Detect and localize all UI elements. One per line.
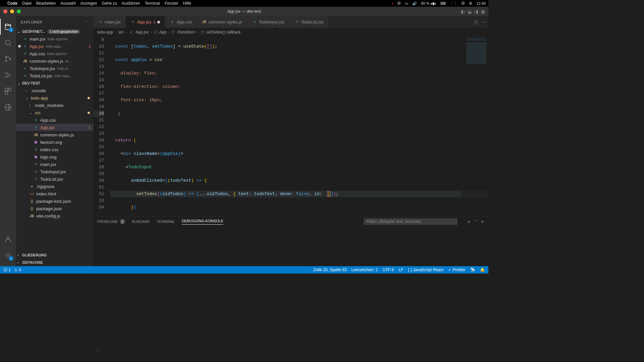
- tab-todolist[interactable]: ⚛ TodoList.jsx: [289, 16, 329, 28]
- tree-file[interactable]: # index.css: [16, 146, 93, 153]
- panel-chevron-up-icon[interactable]: ⌃: [474, 219, 477, 224]
- menu-ausfuehren[interactable]: Ausführen: [122, 1, 140, 6]
- chevron-down-icon: ⌄: [17, 81, 21, 85]
- layout-split-bottom-icon[interactable]: ⬓: [468, 9, 472, 14]
- code-editor[interactable]: 9 10 11 12 13 14 15 16 17 18 19 20 21 22…: [93, 37, 488, 216]
- menu-auswahl[interactable]: Auswahl: [60, 1, 75, 6]
- status-wifi-icon[interactable]: ⋮⋮: [450, 1, 457, 6]
- layout-split-right-icon[interactable]: ◨: [474, 9, 478, 14]
- svg-rect-6: [5, 92, 8, 94]
- panel-filter-input[interactable]: Filtern (Beispiel: text, !exclude): [364, 218, 458, 225]
- menu-bearbeiten[interactable]: Bearbeiten: [36, 1, 56, 6]
- react-file-icon: ⚛: [23, 66, 28, 71]
- status-bell-icon[interactable]: 🔔: [480, 267, 485, 272]
- status-control-center-icon[interactable]: ⚙: [469, 1, 472, 6]
- minimize-window-button[interactable]: [10, 9, 14, 13]
- status-spaces[interactable]: Leerzeichen: 2: [352, 267, 378, 272]
- css-file-icon: #: [23, 51, 28, 56]
- timeline-header[interactable]: › ZEITACHSE: [16, 259, 93, 266]
- status-cursor-position[interactable]: Zeile 20, Spalte 83: [313, 267, 347, 272]
- status-clock[interactable]: 12:40: [476, 1, 486, 5]
- activity-search[interactable]: [0, 35, 16, 51]
- panel-tab-debug-console[interactable]: DEBUGGING-KONSOLE: [182, 219, 223, 225]
- tree-file[interactable]: {} package-lock.json: [16, 197, 93, 205]
- maximize-window-button[interactable]: [17, 9, 21, 13]
- split-editor-icon[interactable]: ◫: [474, 19, 478, 24]
- menu-fenster[interactable]: Fenster: [165, 1, 178, 6]
- tree-file[interactable]: # App.css: [16, 116, 93, 124]
- open-editor-item[interactable]: ⚛ App.jsx todo-app... 1: [16, 43, 93, 50]
- activity-extensions[interactable]: [0, 83, 16, 99]
- panel-close-icon[interactable]: ✕: [481, 219, 484, 224]
- app-name[interactable]: Code: [7, 1, 17, 6]
- menu-hilfe[interactable]: Hilfe: [183, 1, 191, 6]
- breadcrumbs[interactable]: todo-app› src› ⚛ App.jsx› ⬡ App› ⬡ <func…: [93, 28, 488, 37]
- open-editor-item[interactable]: # App.css todo-app/src: [16, 50, 93, 57]
- status-language[interactable]: { } JavaScript React: [408, 267, 443, 272]
- tab-common-styles[interactable]: JS common-styles.js: [197, 16, 247, 28]
- tree-file[interactable]: {} package.json: [16, 205, 93, 212]
- status-encoding[interactable]: UTF-8: [383, 267, 394, 272]
- code-content[interactable]: const [todos, setTodos] = useState([]); …: [110, 37, 488, 216]
- tree-file[interactable]: JS vite.config.js: [16, 212, 93, 220]
- tab-todoinput[interactable]: ⚛ TodoInput.jsx: [247, 16, 289, 28]
- open-editor-item[interactable]: ⚛ TodoInput.jsx todo-a...: [16, 65, 93, 72]
- minimap[interactable]: [462, 37, 488, 216]
- tree-file[interactable]: JS common-styles.js: [16, 131, 93, 138]
- menu-datei[interactable]: Datei: [22, 1, 32, 6]
- tree-folder[interactable]: ⌄ todo-app: [16, 94, 93, 102]
- activity-remote[interactable]: [0, 99, 16, 115]
- tab-app-css[interactable]: # App.css: [165, 16, 197, 28]
- layout-split-left-icon[interactable]: ◧: [461, 9, 465, 14]
- tree-file[interactable]: <> index.html: [16, 190, 93, 197]
- close-window-button[interactable]: [3, 9, 7, 13]
- tree-folder[interactable]: › node_modules: [16, 102, 93, 109]
- activity-account[interactable]: [0, 231, 16, 247]
- status-spotlight-icon[interactable]: ⦿: [461, 1, 465, 5]
- outline-header[interactable]: › GLIEDERUNG: [16, 251, 93, 259]
- window-titlebar: App.jsx — dev-test ◧ ⬓ ◨ ▦: [0, 7, 488, 16]
- react-file-icon: ⚛: [34, 125, 38, 130]
- project-header[interactable]: ⌄ DEV-TEST: [16, 79, 93, 87]
- tab-main[interactable]: ⚛ main.jsx: [93, 16, 126, 28]
- status-warnings[interactable]: ⚠ 0: [14, 267, 21, 272]
- activity-settings[interactable]: 1: [0, 247, 16, 263]
- status-rec-icon[interactable]: ▪: [392, 1, 393, 5]
- panel-tab-terminal[interactable]: TERMINAL: [156, 220, 175, 224]
- tree-file[interactable]: ⚛ main.jsx: [16, 161, 93, 168]
- tree-file[interactable]: ⚛ App.jsx 1: [16, 124, 93, 131]
- activity-explorer[interactable]: 1: [0, 19, 16, 35]
- layout-grid-icon[interactable]: ▦: [481, 9, 485, 14]
- panel-tab-ausgabe[interactable]: AUSGABE: [132, 220, 150, 224]
- status-eol[interactable]: LF: [399, 267, 404, 272]
- status-keyboard-icon[interactable]: ⌨: [440, 1, 446, 6]
- open-editors-header[interactable]: ⌄ GEÖFFNET... 1 nicht gespeichert: [16, 28, 93, 35]
- menu-anzeigen[interactable]: Anzeigen: [80, 1, 97, 6]
- tab-more-icon[interactable]: ⋯: [481, 19, 486, 24]
- status-feedback-icon[interactable]: 📡: [470, 267, 475, 272]
- panel-filter-icon[interactable]: ≡: [468, 219, 470, 224]
- panel-tab-probleme[interactable]: PROBLEME 1: [97, 219, 125, 224]
- tree-file[interactable]: ⚛ TodoList.jsx: [16, 175, 93, 183]
- status-errors[interactable]: ⓧ 1: [3, 267, 11, 273]
- tree-file[interactable]: ⬟ favicon.svg: [16, 138, 93, 146]
- explorer-more-icon[interactable]: ⋯: [85, 20, 89, 24]
- menu-gehezu[interactable]: Gehe zu: [102, 1, 117, 6]
- activity-source-control[interactable]: [0, 51, 16, 67]
- menu-terminal[interactable]: Terminal: [145, 1, 160, 6]
- open-editor-item[interactable]: ⚛ main.jsx todo-app/src: [16, 35, 93, 43]
- status-prettier[interactable]: ✓ Prettier: [448, 267, 466, 272]
- open-editor-item[interactable]: JS common-styles.js to...: [16, 57, 93, 65]
- tree-file[interactable]: ⚛ TodoInput.jsx: [16, 168, 93, 175]
- status-battery[interactable]: 80 % ◂▮▸: [421, 1, 436, 6]
- status-cloud-icon[interactable]: ⦿: [397, 1, 401, 5]
- tab-app-jsx[interactable]: ⚛ App.jsx 1: [126, 16, 165, 28]
- tree-folder[interactable]: ⌄ src: [16, 109, 93, 116]
- tree-file[interactable]: ≡ .hgignore: [16, 183, 93, 190]
- status-volume-icon[interactable]: 🔊: [412, 1, 417, 6]
- tree-folder[interactable]: › .vscode: [16, 87, 93, 94]
- open-editor-item[interactable]: ⚛ TodoList.jsx todo-app...: [16, 72, 93, 79]
- activity-debug[interactable]: [0, 67, 16, 83]
- tree-file[interactable]: ⬟ logo.svg: [16, 153, 93, 161]
- status-display-icon[interactable]: ▭: [405, 1, 408, 6]
